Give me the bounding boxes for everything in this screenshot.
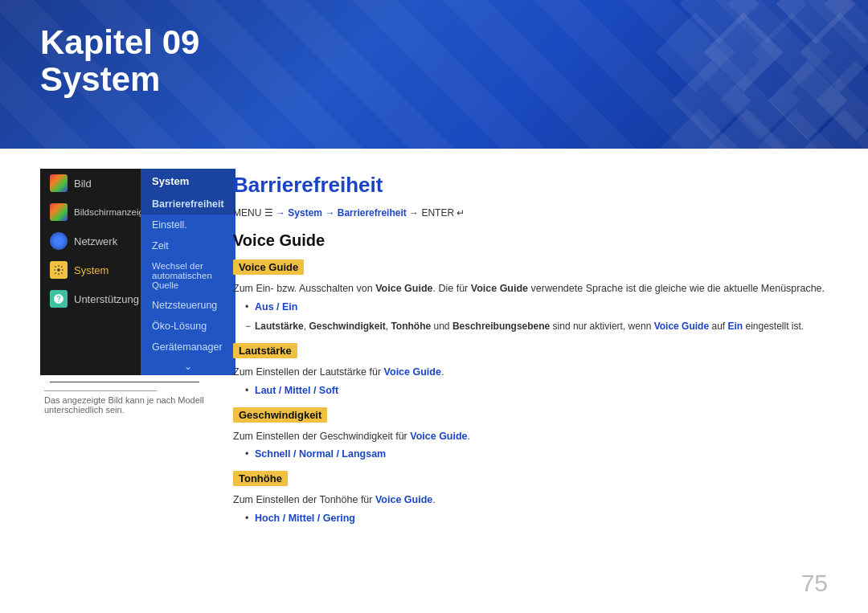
lautstarke-description: Zum Einstellen der Lautstärke für Voice … [233, 365, 828, 380]
page-number: 75 [801, 570, 828, 597]
bullet-aus-ein: Aus / Ein [245, 301, 828, 313]
laut-mittel-soft-text: Laut / Mittel / Soft [255, 385, 338, 396]
voice-guide-heading: Voice Guide [233, 231, 828, 250]
nav-item-bild[interactable]: Bild [40, 169, 141, 198]
nav-menu: Bild Bildschirmanzeige Netzwerk [40, 169, 209, 375]
footnote-text: Das angezeigte Bild kann je nach Modell … [44, 395, 204, 415]
nav-item-system[interactable]: System [40, 255, 141, 284]
subsection-label-lautstarke: Lautstärke [233, 343, 297, 358]
voice-guide-bullets: Aus / Ein [245, 301, 828, 313]
tonhohe-vg-ref: Voice Guide [375, 494, 432, 505]
nav-item-bildschirmanzeige[interactable]: Bildschirmanzeige [40, 198, 141, 227]
system-icon [50, 261, 68, 279]
menu-path-arrow2: → Barrierefreiheit [325, 207, 406, 219]
nav-label-system: System [74, 264, 108, 276]
nav-divider [50, 382, 199, 382]
nav-item-netzwerk[interactable]: Netzwerk [40, 227, 141, 255]
netzwerk-icon [50, 232, 68, 250]
tonhohe-bullets: Hoch / Mittel / Gering [245, 513, 828, 524]
menu-path-arrow1: → System [276, 207, 322, 219]
tonhohe-description: Zum Einstellen der Tonhöhe für Voice Gui… [233, 492, 828, 508]
header-decoration [466, 0, 868, 149]
nav-categories: Bild Bildschirmanzeige Netzwerk [40, 169, 141, 375]
header: Kapitel 09 System [0, 0, 868, 149]
subsection-voice-guide: Voice Guide Zum Ein- bzw. Ausschalten vo… [233, 260, 828, 332]
nav-panel: Bild Bildschirmanzeige Netzwerk [40, 169, 209, 613]
menu-path-arrow3: → ENTER ↵ [409, 207, 465, 219]
lautstarke-vg-ref: Voice Guide [384, 366, 441, 378]
subsection-geschwindigkeit: Geschwindigkeit Zum Einstellen der Gesch… [233, 407, 828, 460]
subsection-label-geschwindigkeit: Geschwindigkeit [233, 407, 327, 423]
page-title: System [40, 61, 199, 98]
unterstutzung-icon [50, 290, 68, 308]
nav-label-netzwerk: Netzwerk [74, 235, 117, 247]
bullet-hoch-mittel-gering: Hoch / Mittel / Gering [245, 513, 828, 524]
aus-ein-text: Aus / Ein [255, 301, 297, 313]
bildschirm-icon [50, 203, 68, 221]
geschwindigkeit-description: Zum Einstellen der Geschwindigkeit für V… [233, 429, 828, 444]
chapter-label: Kapitel 09 [40, 24, 199, 61]
subsection-tonhohe: Tonhöhe Zum Einstellen der Tonhöhe für V… [233, 471, 828, 524]
voice-guide-note: Lautstärke, Geschwindigkeit, Tonhöhe und… [245, 321, 828, 332]
hoch-mittel-gering-text: Hoch / Mittel / Gering [255, 513, 355, 524]
header-title: Kapitel 09 System [40, 24, 199, 98]
voice-guide-description: Zum Ein- bzw. Ausschalten von Voice Guid… [233, 281, 828, 296]
bild-icon [50, 174, 68, 192]
geschwindigkeit-vg-ref: Voice Guide [410, 431, 467, 442]
note-geschwindigkeit: Geschwindigkeit [309, 321, 385, 332]
footnote-rule [44, 390, 157, 391]
note-beschreibungsebene: Beschreibungsebene [452, 321, 550, 332]
nav-item-unterstutzung[interactable]: Unterstützung [40, 284, 141, 313]
geschwindigkeit-bullets: Schnell / Normal / Langsam [245, 448, 828, 460]
subsection-lautstarke: Lautstärke Zum Einstellen der Lautstärke… [233, 343, 828, 396]
lautstarke-bullets: Laut / Mittel / Soft [245, 385, 828, 396]
vg-bold-1: Voice Guide [375, 283, 432, 294]
note-tonhohe: Tonhöhe [391, 321, 431, 332]
bullet-laut-mittel-soft: Laut / Mittel / Soft [245, 385, 828, 396]
footnote: Das angezeigte Bild kann je nach Modell … [40, 390, 209, 415]
menu-path: MENU ☰ → System → Barrierefreiheit → ENT… [233, 207, 828, 219]
nav-label-unterstutzung: Unterstützung [74, 293, 139, 305]
section-title: Barrierefreiheit [233, 173, 828, 198]
content-area: Bild Bildschirmanzeige Netzwerk [0, 149, 868, 613]
menu-path-menu: MENU ☰ [233, 207, 276, 219]
svg-point-16 [57, 268, 60, 272]
nav-label-bildschirm: Bildschirmanzeige [74, 207, 149, 217]
vg-bold-2: Voice Guide [471, 283, 528, 294]
note-vg: Voice Guide [654, 321, 709, 332]
nav-label-bild: Bild [74, 178, 92, 190]
note-lautstarke: Lautstärke [255, 321, 304, 332]
subsection-label-tonhohe: Tonhöhe [233, 471, 288, 486]
schnell-normal-langsam-text: Schnell / Normal / Langsam [255, 448, 386, 460]
note-ein: Ein [727, 321, 743, 332]
bullet-schnell-normal-langsam: Schnell / Normal / Langsam [245, 448, 828, 460]
main-content: Barrierefreiheit MENU ☰ → System → Barri… [209, 165, 868, 613]
subsection-label-voice-guide: Voice Guide [233, 260, 304, 275]
